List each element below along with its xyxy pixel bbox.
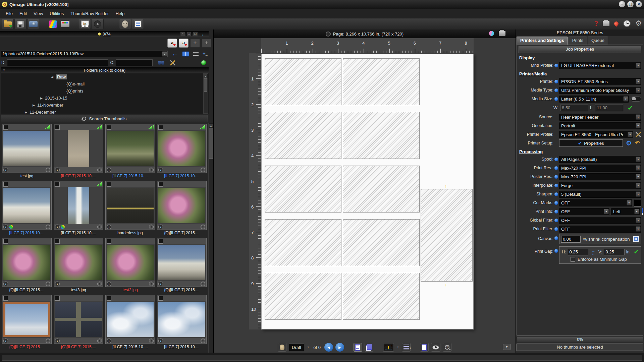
thumb-checkbox[interactable] [55, 182, 60, 187]
scroll-down-button[interactable] [503, 344, 511, 350]
info-icon[interactable] [158, 225, 163, 229]
media-type-dropdown[interactable]: Ultra Premium Photo Paper Glossy [559, 87, 641, 94]
thumb-checkbox[interactable] [55, 125, 60, 130]
font-style-icon[interactable] [642, 208, 643, 215]
rotate-icon[interactable] [97, 168, 102, 172]
thumb-image[interactable] [106, 187, 155, 224]
menu-edit[interactable]: Edit [16, 10, 30, 17]
gap-h-input[interactable]: 0.25 [568, 249, 589, 255]
thumb-image[interactable] [106, 130, 155, 167]
tree-item[interactable]: {Q}e-mail [1, 80, 209, 87]
chevron-down-icon[interactable] [307, 344, 310, 351]
thumb-image[interactable] [106, 301, 155, 338]
rotate-icon[interactable] [201, 168, 205, 172]
thumbnail-scrollbar[interactable]: ▲ [208, 123, 213, 353]
enforce-min-gap-checkbox[interactable] [571, 257, 575, 262]
chevron-down-icon[interactable] [628, 132, 633, 137]
driver-gear-icon[interactable] [626, 139, 632, 147]
print-res-dropdown[interactable]: Max-720 PPI [559, 165, 641, 172]
tree-closed-arrow-icon[interactable]: ▶ [25, 111, 27, 114]
info-icon[interactable] [107, 168, 111, 172]
close-button[interactable]: × [636, 1, 642, 7]
thumb-checkbox[interactable] [55, 296, 60, 301]
print-cell[interactable] [343, 58, 420, 105]
tree-item[interactable]: ◀Raw [1, 73, 209, 80]
thumb-image[interactable] [2, 130, 51, 167]
info-icon[interactable] [158, 282, 163, 286]
quality-dropdown[interactable]: Draft [289, 343, 304, 351]
thumbnail[interactable]: {Q}[ILCE-7] 2015-... [2, 295, 52, 352]
section-processing[interactable]: Processing [519, 149, 641, 154]
maximize-button[interactable]: ▢ [627, 1, 634, 7]
printer-icon[interactable] [603, 21, 609, 26]
print-filter-dropdown[interactable]: OFF [559, 226, 641, 233]
thumbnail[interactable]: [ILCE-7] 2015-10-... [157, 295, 207, 352]
help-icon[interactable] [594, 19, 598, 28]
thumbnail[interactable]: [ILCE-7] 2015-10-... [157, 124, 207, 181]
info-icon[interactable] [158, 339, 163, 343]
new-page-button[interactable] [420, 343, 429, 352]
rotate-icon[interactable] [149, 168, 154, 172]
scroll-thumb[interactable] [209, 128, 213, 159]
print-cell[interactable] [265, 58, 341, 105]
rotate-icon[interactable] [201, 225, 205, 229]
blue-dot-icon[interactable] [554, 175, 558, 179]
rotate-icon[interactable] [149, 282, 154, 286]
resize-arrow-icon[interactable]: ↑ [445, 184, 447, 188]
tree-closed-arrow-icon[interactable]: ▶ [40, 97, 43, 100]
add-remove-folder-icon[interactable] [203, 51, 208, 57]
thumb-checkbox[interactable] [3, 239, 8, 244]
thumbnail[interactable]: [ILCE-7] 2015-10-... [105, 295, 155, 352]
chevron-down-icon[interactable] [636, 218, 641, 223]
info-icon[interactable] [3, 225, 8, 229]
thumb-label[interactable]: [ILCE-7] 2015-10-... [54, 230, 103, 237]
thumb-image[interactable] [54, 301, 103, 338]
portrait-tools-button[interactable] [119, 19, 131, 29]
center-prints-button[interactable] [383, 343, 394, 352]
chevron-down-icon[interactable] [604, 209, 609, 214]
search-thumbnails-bar[interactable]: Search Thumbnails [1, 115, 208, 122]
thumb-label[interactable]: test.jpg [2, 173, 52, 180]
rotate-icon[interactable] [149, 225, 154, 229]
color-management-button[interactable] [47, 19, 59, 29]
save-button[interactable] [14, 19, 26, 29]
tree-item-label[interactable]: 2015-10-15 [45, 96, 67, 101]
thumb-image[interactable] [106, 244, 155, 281]
menu-file[interactable]: File [3, 10, 16, 17]
units-button[interactable] [79, 19, 91, 29]
swap-hv-icon[interactable] [591, 249, 595, 255]
scroll-up-icon[interactable]: ▲ [204, 74, 208, 78]
width-input[interactable]: 8.50 [560, 105, 588, 111]
chevron-down-icon[interactable] [636, 157, 641, 162]
chevron-down-icon[interactable] [636, 191, 641, 197]
thumb-label[interactable]: {Q}[ILCE-7] 2015-... [2, 344, 52, 351]
print-info-align-dropdown[interactable]: Left [611, 208, 640, 215]
softproof-ball-icon[interactable] [489, 31, 494, 36]
chevron-down-icon[interactable] [396, 344, 399, 351]
thumbnail[interactable]: [ILCE-7] 2015-10-... [54, 181, 103, 238]
selected-count[interactable]: 0/74 [103, 32, 110, 37]
zoom-button[interactable] [443, 343, 451, 352]
advance-arrow-icon[interactable]: → [199, 32, 204, 36]
rotate-icon[interactable] [46, 225, 50, 229]
resize-arrow-icon[interactable]: ↓ [445, 283, 447, 287]
blue-dot-icon[interactable] [554, 88, 558, 92]
thumb-label[interactable]: [ILCE-7] 2015-10-... [54, 173, 103, 180]
thumb-label[interactable]: test3.jpg [54, 287, 103, 294]
rotate-icon[interactable] [149, 339, 154, 343]
thumb-image[interactable] [157, 187, 206, 224]
chevron-down-icon[interactable] [636, 183, 641, 188]
blue-dot-icon[interactable] [554, 227, 558, 231]
chevron-down-icon[interactable] [634, 209, 639, 214]
info-icon[interactable] [3, 339, 8, 343]
blue-dot-icon[interactable] [554, 219, 558, 222]
thumb-image[interactable] [2, 187, 51, 224]
thumb-image[interactable] [54, 244, 103, 281]
tree-item[interactable]: ▶2015-10-15 [1, 95, 209, 102]
tab-queue[interactable]: Queue [588, 37, 608, 45]
info-icon[interactable] [55, 168, 60, 172]
calculator-icon[interactable] [633, 236, 639, 242]
media-size-dropdown[interactable]: Letter (8.5 x 11 in) [559, 96, 629, 103]
rotate-icon[interactable] [46, 282, 50, 286]
info-icon[interactable] [107, 225, 111, 229]
